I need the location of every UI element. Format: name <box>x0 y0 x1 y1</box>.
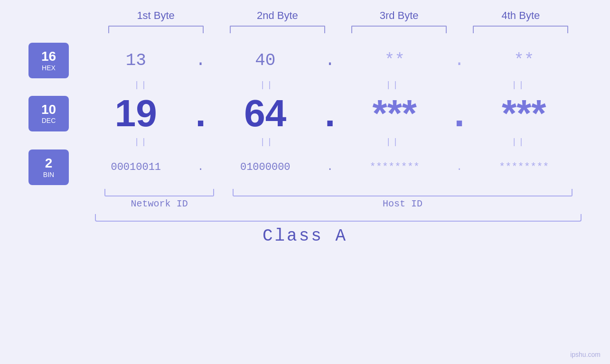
byte4-header: 4th Byte <box>460 9 582 22</box>
network-id-label: Network ID <box>131 198 188 209</box>
network-bottom-bracket <box>104 189 214 196</box>
bin-dot3: . <box>452 161 467 173</box>
dec-val3: *** <box>337 94 452 132</box>
dec-dot3: . <box>452 92 467 135</box>
bracket-cell-3 <box>338 26 460 33</box>
dec-dot1: . <box>194 92 208 135</box>
hex-val2: 40 <box>208 51 323 70</box>
dec-badge-number: 10 <box>41 103 56 117</box>
hex-badge: 16 HEX <box>28 43 69 78</box>
network-bracket-container <box>95 189 224 196</box>
dec-values: 19 . 64 . *** . *** <box>78 92 582 135</box>
class-label: Class A <box>263 226 347 246</box>
sep3: || <box>330 80 456 90</box>
dec-val2: 64 <box>208 94 323 132</box>
sep5: || <box>78 137 204 147</box>
byte2-header: 2nd Byte <box>216 9 338 22</box>
dec-val4: *** <box>467 94 582 132</box>
sep1: || <box>78 80 204 90</box>
hex-badge-number: 16 <box>41 49 56 64</box>
main-container: 1st Byte 2nd Byte 3rd Byte 4th Byte 16 H… <box>0 0 610 364</box>
top-bracket-4 <box>473 26 568 33</box>
top-bracket-3 <box>351 26 447 33</box>
dec-badge: 10 DEC <box>28 96 69 131</box>
bin-badge-number: 2 <box>45 156 53 171</box>
bracket-cell-2 <box>216 26 338 33</box>
bin-row-group: 2 BIN 00010011 . 01000000 . ******** . <box>28 149 582 185</box>
bin-val4: ******** <box>467 161 582 173</box>
hex-val1: 13 <box>78 51 194 70</box>
sep-row-2: || || || || <box>28 137 582 147</box>
host-bottom-bracket <box>233 189 572 196</box>
hex-val3: ** <box>337 51 452 70</box>
network-id-label-container: Network ID <box>95 198 224 209</box>
top-bracket-row <box>28 26 582 33</box>
bin-badge-label: BIN <box>43 171 54 178</box>
full-bottom-bracket <box>95 214 582 222</box>
hex-row-group: 16 HEX 13 . 40 . ** . ** <box>28 43 582 78</box>
hex-val4: ** <box>467 51 582 70</box>
full-bracket-row <box>28 214 582 222</box>
hex-dot1: . <box>194 51 208 70</box>
bottom-brackets <box>28 189 582 196</box>
host-id-label: Host ID <box>383 198 422 209</box>
dec-val1: 19 <box>78 94 194 132</box>
dec-dot2: . <box>323 92 337 135</box>
sep6: || <box>204 137 330 147</box>
bin-dot2: . <box>323 161 337 173</box>
id-labels-row: Network ID Host ID <box>28 198 582 209</box>
sep7: || <box>330 137 456 147</box>
bin-values: 00010011 . 01000000 . ******** . *******… <box>78 161 582 173</box>
top-bracket-1 <box>108 26 204 33</box>
watermark: ipshu.com <box>570 351 601 358</box>
host-id-label-container: Host ID <box>224 198 582 209</box>
bin-val2: 01000000 <box>208 161 323 173</box>
bin-val3: ******** <box>337 161 452 173</box>
class-row: Class A <box>28 226 582 246</box>
hex-badge-label: HEX <box>42 64 56 72</box>
host-bracket-container <box>224 189 582 196</box>
bin-dot1: . <box>194 161 208 173</box>
bin-val1: 00010011 <box>78 161 194 173</box>
byte1-header: 1st Byte <box>95 9 216 22</box>
dec-row-group: 10 DEC 19 . 64 . *** . *** <box>28 92 582 135</box>
sep2: || <box>204 80 330 90</box>
sep4: || <box>456 80 582 90</box>
top-bracket-2 <box>230 26 325 33</box>
byte-headers: 1st Byte 2nd Byte 3rd Byte 4th Byte <box>28 9 582 22</box>
hex-dot2: . <box>323 51 337 70</box>
bracket-cell-4 <box>460 26 582 33</box>
sep-row-1: || || || || <box>28 80 582 90</box>
sep8: || <box>456 137 582 147</box>
dec-badge-label: DEC <box>42 117 56 124</box>
bin-badge: 2 BIN <box>28 149 69 185</box>
byte3-header: 3rd Byte <box>338 9 460 22</box>
hex-values: 13 . 40 . ** . ** <box>78 51 582 70</box>
bracket-cell-1 <box>95 26 216 33</box>
hex-dot3: . <box>452 51 467 70</box>
